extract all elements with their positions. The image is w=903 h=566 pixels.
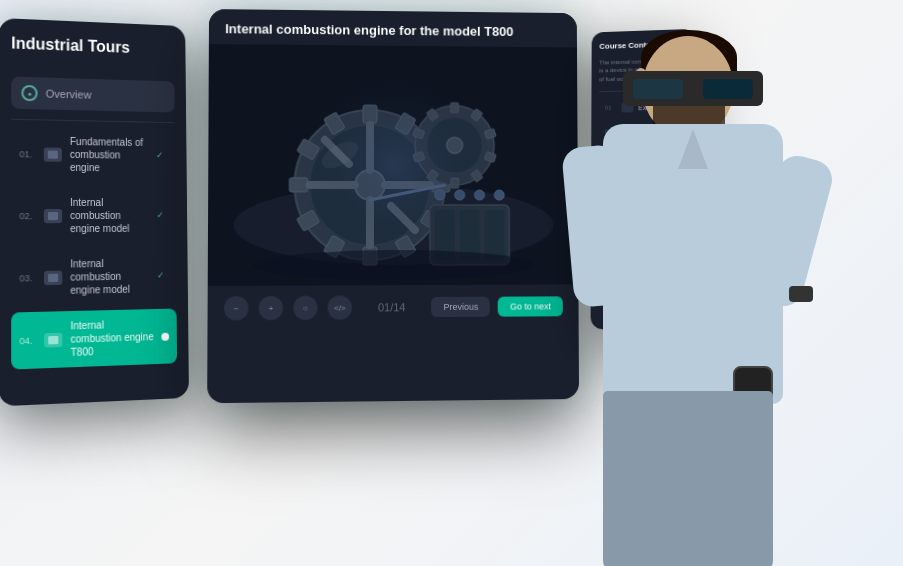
- footer-controls: − + ○ </>: [224, 295, 352, 320]
- person-icon: ●: [21, 85, 37, 101]
- plus-button[interactable]: +: [259, 296, 283, 320]
- person-legs: [603, 391, 773, 566]
- overview-item[interactable]: ● Overview: [11, 77, 175, 113]
- overview-label: Overview: [46, 88, 92, 101]
- item-num-4: 04.: [19, 335, 35, 346]
- code-button[interactable]: </>: [328, 295, 352, 319]
- item-text-4: Internal combustion engine T800: [70, 317, 153, 359]
- item-icon-2: [44, 208, 62, 222]
- person-figure: [493, 16, 873, 566]
- left-panel: Industrial Tours ● Overview 01. Fundamen…: [0, 18, 189, 406]
- left-panel-title: Industrial Tours: [11, 34, 174, 68]
- item-num-1: 01.: [19, 149, 35, 159]
- item-num-3: 03.: [19, 273, 35, 283]
- course-item-2[interactable]: 02. Internal combustion engine model ✓: [11, 188, 176, 244]
- check-icon-2: ✓: [156, 210, 168, 222]
- item-icon-1: [44, 147, 62, 161]
- page-indicator: 01/14: [352, 301, 432, 314]
- active-dot: [161, 332, 169, 340]
- check-icon-1: ✓: [156, 150, 168, 162]
- check-icon-3: ✓: [157, 270, 169, 282]
- item-num-2: 02.: [19, 211, 35, 221]
- minus-button[interactable]: −: [224, 296, 249, 321]
- item-text-3: Internal combustion engine model: [70, 257, 149, 297]
- shirt-collar: [678, 129, 708, 169]
- ar-glasses: [623, 71, 763, 106]
- reset-button[interactable]: ○: [293, 296, 317, 320]
- item-text-2: Internal combustion engine model: [70, 196, 149, 235]
- divider: [11, 119, 175, 123]
- course-item-1[interactable]: 01. Fundamentals of combustion engine ✓: [11, 126, 175, 183]
- item-text-1: Fundamentals of combustion engine: [70, 135, 149, 175]
- person-area: [453, 0, 873, 566]
- course-item-4[interactable]: 04. Internal combustion engine T800: [11, 309, 177, 370]
- item-icon-3: [44, 270, 62, 285]
- watch: [789, 286, 813, 302]
- item-icon-4: [44, 332, 62, 347]
- course-item-3[interactable]: 03. Internal combustion engine model ✓: [11, 248, 176, 306]
